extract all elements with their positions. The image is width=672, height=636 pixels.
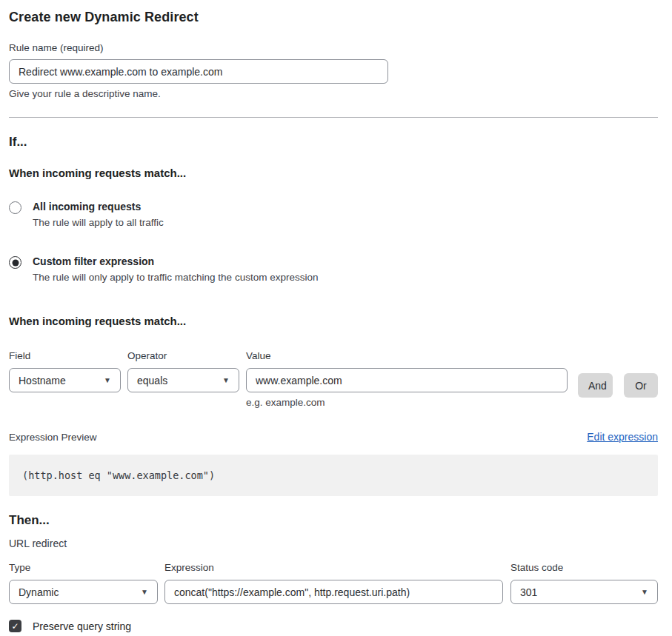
url-redirect-label: URL redirect: [9, 538, 658, 549]
if-heading: If...: [9, 135, 658, 150]
preserve-query-label: Preserve query string: [33, 620, 131, 632]
status-code-label: Status code: [510, 562, 658, 573]
preserve-query-checkbox-row[interactable]: ✓ Preserve query string: [9, 620, 658, 632]
chevron-down-icon: ▼: [104, 377, 111, 384]
field-select-value: Hostname: [19, 375, 66, 386]
rule-name-input[interactable]: [9, 59, 388, 84]
value-input[interactable]: [246, 368, 568, 392]
radio-option-all-requests[interactable]: All incoming requests The rule will appl…: [9, 201, 658, 228]
radio-unselected-icon[interactable]: [9, 201, 21, 214]
match-options: All incoming requests The rule will appl…: [9, 201, 658, 283]
field-label: Field: [9, 350, 121, 361]
value-label: Value: [246, 350, 568, 361]
chevron-down-icon: ▼: [141, 589, 148, 596]
operator-label: Operator: [127, 350, 239, 361]
section-divider: [9, 117, 658, 118]
field-select[interactable]: Hostname ▼: [9, 368, 121, 392]
value-help: e.g. example.com: [246, 397, 568, 408]
type-select-value: Dynamic: [19, 586, 59, 598]
create-redirect-form: Create new Dynamic Redirect Rule name (r…: [0, 0, 672, 636]
operator-select[interactable]: equals ▼: [127, 368, 239, 392]
status-code-value: 301: [520, 586, 537, 598]
chevron-down-icon: ▼: [222, 377, 230, 384]
match-heading: When incoming requests match...: [9, 167, 658, 179]
expression-label: Expression: [164, 562, 503, 573]
then-heading: Then...: [9, 513, 658, 528]
expression-preview-code: (http.host eq "www.example.com"): [9, 455, 658, 496]
redirect-config-row: Type Dynamic ▼ Expression Status code 30…: [9, 549, 658, 604]
radio-description: The rule will only apply to traffic matc…: [33, 272, 318, 283]
filter-row: Field Hostname ▼ Operator equals ▼ Value…: [9, 333, 658, 408]
page-title: Create new Dynamic Redirect: [9, 10, 658, 25]
filter-heading: When incoming requests match...: [9, 315, 658, 327]
rule-name-help: Give your rule a descriptive name.: [9, 88, 658, 99]
expression-input[interactable]: [164, 580, 503, 604]
and-button[interactable]: And: [578, 373, 613, 398]
operator-select-value: equals: [137, 375, 167, 386]
edit-expression-link[interactable]: Edit expression: [587, 431, 658, 443]
radio-option-custom-filter[interactable]: Custom filter expression The rule will o…: [9, 255, 658, 283]
type-label: Type: [9, 562, 158, 573]
status-code-select[interactable]: 301 ▼: [510, 580, 658, 604]
expression-preview-label: Expression Preview: [9, 432, 97, 443]
radio-selected-icon[interactable]: [9, 256, 21, 269]
chevron-down-icon: ▼: [641, 589, 648, 596]
radio-label: Custom filter expression: [33, 255, 318, 267]
rule-name-label: Rule name (required): [9, 42, 658, 53]
expression-preview-header: Expression Preview Edit expression: [9, 431, 658, 443]
checkbox-checked-icon[interactable]: ✓: [9, 620, 21, 632]
radio-label: All incoming requests: [33, 201, 164, 212]
or-button[interactable]: Or: [624, 373, 658, 398]
type-select[interactable]: Dynamic ▼: [9, 580, 158, 604]
radio-description: The rule will apply to all traffic: [33, 217, 164, 228]
